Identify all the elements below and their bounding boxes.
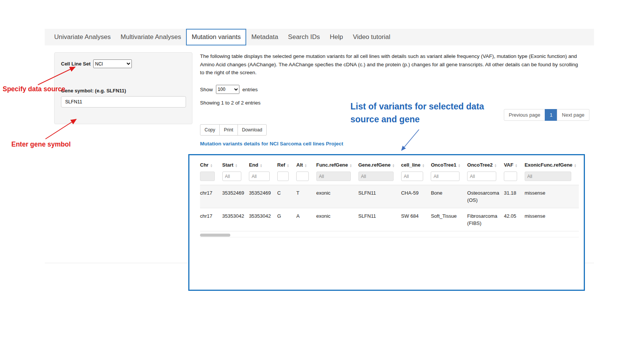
controls-panel: Cell Line Set NCI Gene symbol: (e.g. SLF… <box>54 52 192 124</box>
column-header-oncotree1[interactable]: OncoTree1▲▼ <box>431 158 467 171</box>
column-filter-alt[interactable] <box>296 172 308 181</box>
sort-icon[interactable]: ▲▼ <box>515 164 517 167</box>
column-header-cell-line[interactable]: cell_line▲▼ <box>401 158 431 171</box>
tab-video-tutorial[interactable]: Video tutorial <box>348 29 395 45</box>
column-filter-exonicfunc-refgene[interactable] <box>525 172 571 181</box>
sort-icon[interactable]: ▲▼ <box>494 164 497 167</box>
sort-icon[interactable]: ▲▼ <box>287 164 289 167</box>
sort-icon[interactable]: ▲▼ <box>574 164 577 167</box>
tab-help[interactable]: Help <box>325 29 348 45</box>
column-filter-chr[interactable] <box>200 172 215 181</box>
column-header-oncotree2[interactable]: OncoTree2▲▼ <box>467 158 504 171</box>
cell-line-set-row: Cell Line Set NCI <box>61 59 186 68</box>
column-header-label: VAF <box>504 162 513 168</box>
column-header-alt[interactable]: Alt▲▼ <box>296 158 316 171</box>
table-cell: chr17 <box>200 208 222 231</box>
variants-list-annotation: List of variants for selected data sourc… <box>350 100 510 126</box>
table-cell: C <box>277 185 296 208</box>
column-header-label: Ref <box>277 162 285 168</box>
cell-line-set-label: Cell Line Set <box>61 61 91 67</box>
previous-page-button[interactable]: Previous page <box>504 109 545 121</box>
column-filter-func-refgene[interactable] <box>316 172 351 181</box>
header-row: Chr▲▼ Start▲▼ End▲▼ Ref▲▼ Alt▲▼ Func.ref… <box>200 158 579 171</box>
column-header-ref[interactable]: Ref▲▼ <box>277 158 296 171</box>
export-button-group: Copy Print Download <box>200 124 267 136</box>
column-header-exonicfunc-refgene[interactable]: ExonicFunc.refGene▲▼ <box>525 158 579 171</box>
column-filter-gene-refgene[interactable] <box>358 172 394 181</box>
table-cell: exonic <box>316 208 358 231</box>
print-button[interactable]: Print <box>219 124 238 136</box>
column-header-label: OncoTree1 <box>431 162 456 168</box>
entries-count-select[interactable]: 100 <box>216 85 239 94</box>
sort-icon[interactable]: ▲▼ <box>350 164 352 167</box>
variants-list-annotation-line1: List of variants for selected data <box>350 100 510 113</box>
column-header-label: OncoTree2 <box>467 162 492 168</box>
column-header-label: Alt <box>296 162 303 168</box>
table-cell: 35352469 <box>222 185 249 208</box>
column-filter-vaf[interactable] <box>504 172 517 181</box>
sort-icon[interactable]: ▲▼ <box>392 164 395 167</box>
table-row[interactable]: chr17 35353042 35353042 G A exonic SLFN1… <box>200 208 579 231</box>
tab-mutation-variants[interactable]: Mutation variants <box>186 29 246 45</box>
tab-metadata[interactable]: Metadata <box>246 29 283 45</box>
column-header-end[interactable]: End▲▼ <box>249 158 277 171</box>
column-header-func-refgene[interactable]: Func.refGene▲▼ <box>316 158 358 171</box>
sort-icon[interactable]: ▲▼ <box>422 164 425 167</box>
gene-symbol-label: Gene symbol: (e.g. SLFN11) <box>61 88 186 94</box>
table-row[interactable]: chr17 35352469 35352469 C T exonic SLFN1… <box>200 185 579 208</box>
download-button[interactable]: Download <box>238 124 267 136</box>
gene-symbol-input[interactable] <box>61 96 186 108</box>
column-filter-end[interactable] <box>249 172 270 181</box>
specify-data-source-annotation: Specify data source <box>3 85 65 93</box>
sort-icon[interactable]: ▲▼ <box>260 164 263 167</box>
variants-list-arrow <box>402 130 419 150</box>
sort-icon[interactable]: ▲▼ <box>458 164 461 167</box>
tab-multivariate-analyses[interactable]: Multivariate Analyses <box>116 29 186 45</box>
column-header-label: Func.refGene <box>316 162 348 168</box>
column-header-gene-refgene[interactable]: Gene.refGene▲▼ <box>358 158 401 171</box>
table-cell: missense <box>525 208 579 231</box>
sort-icon[interactable]: ▲▼ <box>235 164 238 167</box>
column-header-label: Chr <box>200 162 208 168</box>
table-cell: T <box>296 185 316 208</box>
column-filter-ref[interactable] <box>277 172 289 181</box>
table-cell: Fibrosarcoma (FIBS) <box>467 208 504 231</box>
column-filter-oncotree1[interactable] <box>431 172 460 181</box>
column-filter-cell-line[interactable] <box>401 172 424 181</box>
column-header-start[interactable]: Start▲▼ <box>222 158 249 171</box>
table-cell: exonic <box>316 185 358 208</box>
tab-search-ids[interactable]: Search IDs <box>283 29 325 45</box>
table-cell: missense <box>525 185 579 208</box>
table-description: The following table displays the selecte… <box>200 52 578 77</box>
column-header-vaf[interactable]: VAF▲▼ <box>504 158 524 171</box>
table-cell: 31.18 <box>504 185 524 208</box>
column-filter-oncotree2[interactable] <box>467 172 496 181</box>
table-cell: chr17 <box>200 185 222 208</box>
horizontal-scrollbar-thumb[interactable] <box>200 234 230 237</box>
column-header-label: Start <box>222 162 234 168</box>
table-cell: 42.05 <box>504 208 524 231</box>
table-cell: G <box>277 208 296 231</box>
table-cell: Soft_Tissue <box>431 208 467 231</box>
table-cell: SW 684 <box>401 208 431 231</box>
current-page-button[interactable]: 1 <box>545 109 557 121</box>
table-cell: A <box>296 208 316 231</box>
cell-line-set-select[interactable]: NCI <box>93 59 132 68</box>
page: Univariate Analyses Multivariate Analyse… <box>0 0 644 362</box>
column-header-chr[interactable]: Chr▲▼ <box>200 158 222 171</box>
filter-row <box>200 171 579 185</box>
top-navbar: Univariate Analyses Multivariate Analyse… <box>45 29 594 45</box>
variants-list-annotation-line2: source and gene <box>350 113 510 126</box>
column-filter-start[interactable] <box>222 172 242 181</box>
tab-univariate-analyses[interactable]: Univariate Analyses <box>49 29 116 45</box>
sort-icon[interactable]: ▲▼ <box>305 164 307 167</box>
horizontal-scrollbar-track[interactable] <box>200 233 579 237</box>
next-page-button[interactable]: Next page <box>557 109 589 121</box>
show-label: Show <box>200 87 213 92</box>
table-cell: SLFN11 <box>358 208 401 231</box>
sort-icon[interactable]: ▲▼ <box>210 164 213 167</box>
table-cell: Osteosarcoma (OS) <box>467 185 504 208</box>
table-cell: Bone <box>431 185 467 208</box>
table-title-link[interactable]: Mutation variants details for NCI Sarcom… <box>200 141 343 147</box>
copy-button[interactable]: Copy <box>200 124 220 136</box>
